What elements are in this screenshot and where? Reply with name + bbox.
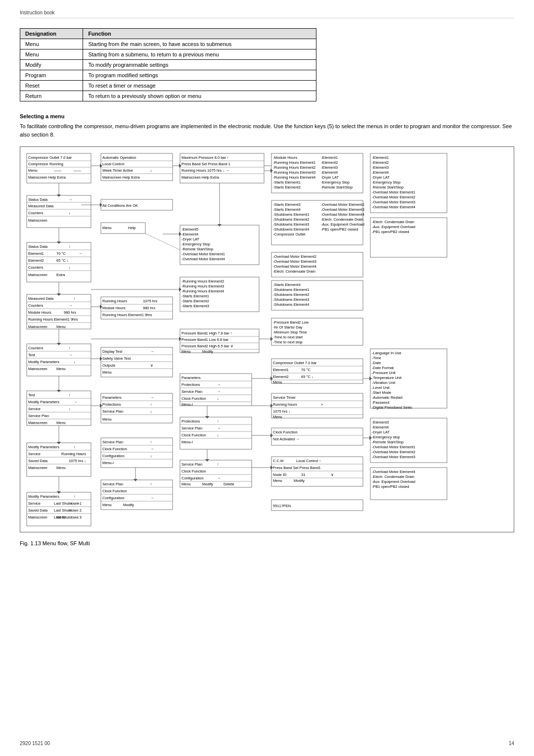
svg-text:Element2: Element2 [273, 375, 289, 379]
svg-text:Configuration: Configuration [181, 476, 204, 480]
svg-text:Clock Function: Clock Function [181, 469, 206, 473]
svg-text:Running hours: Running hours [273, 402, 297, 407]
svg-text:-Pressure Band2 Low: -Pressure Band2 Low [273, 320, 309, 325]
svg-text:Extra: Extra [56, 273, 65, 277]
svg-text:→: → [217, 426, 221, 430]
svg-text:-Starts Element2: -Starts Element2 [181, 299, 209, 303]
svg-text:Menu: Menu [102, 417, 112, 422]
footer-left: 2920 1521 00 [20, 741, 50, 746]
svg-text:-Overload Motor Element3: -Overload Motor Element3 [321, 207, 364, 212]
svg-text:↓: ↓ [74, 360, 76, 364]
svg-text:Maximum Pressure  8.0 bar ↑: Maximum Pressure 8.0 bar ↑ [181, 155, 229, 160]
svg-text:-Element3: -Element3 [321, 165, 338, 170]
svg-text:-Pressure Unit: -Pressure Unit [372, 371, 396, 375]
svg-text:Outputs: Outputs [102, 363, 116, 368]
svg-text:Mainscreen  Help  Extra: Mainscreen Help Extra [181, 175, 220, 180]
svg-text:→: → [69, 353, 73, 357]
svg-text:-Shutdowns Element2: -Shutdowns Element2 [273, 292, 309, 297]
svg-text:Service: Service [28, 501, 41, 506]
svg-text:-Electr. Condensate Drain: -Electr. Condensate Drain [372, 474, 414, 479]
svg-text:↓: ↓ [69, 265, 71, 270]
svg-text:Element1: Element1 [28, 251, 44, 256]
svg-text:-Aux. Equipment Overload: -Aux. Equipment Overload [321, 222, 364, 227]
svg-text:-Element4: -Element4 [321, 170, 338, 175]
svg-text:↑: ↑ [217, 462, 219, 467]
svg-text:-Starts Element3: -Starts Element3 [181, 304, 209, 308]
svg-text:↓: ↓ [77, 515, 79, 520]
svg-text:Mainscreen: Mainscreen [28, 218, 47, 223]
svg-text:Module Hours: Module Hours [28, 310, 51, 315]
table-row: ProgramTo program modified settings [20, 70, 316, 81]
svg-text:-Module Hours: -Module Hours [273, 155, 297, 160]
svg-text:Element2: Element2 [28, 258, 44, 263]
svg-text:↑: ↑ [74, 445, 76, 449]
svg-text:Menu-l: Menu-l [181, 440, 193, 444]
svg-text:-Emergency Stop: -Emergency Stop [372, 180, 400, 185]
svg-text:-Remote Start/Stop: -Remote Start/Stop [181, 247, 213, 251]
svg-text:→: → [217, 382, 221, 387]
svg-text:980 hrs: 980 hrs [143, 306, 155, 310]
svg-text:Modify: Modify [123, 503, 134, 507]
table-row: ModifyTo modify programmable settings [20, 60, 316, 70]
svg-text:65 °C ↓: 65 °C ↓ [56, 258, 69, 263]
svg-text:Mainscreen: Mainscreen [28, 325, 47, 329]
svg-text:Modify: Modify [202, 482, 213, 486]
svg-text:Status Data: Status Data [28, 244, 48, 249]
svg-text:Service Plan: Service Plan [102, 440, 123, 444]
svg-text:Service Plan: Service Plan [102, 482, 123, 486]
svg-text:-Running Hours  Element2: -Running Hours Element2 [273, 165, 315, 170]
svg-text:-Date Format: -Date Format [372, 366, 394, 370]
svg-text:-Starts Element2: -Starts Element2 [273, 185, 301, 189]
svg-text:-Overload Motor Element2: -Overload Motor Element2 [372, 450, 415, 454]
svg-text:-Element2: -Element2 [372, 160, 389, 165]
svg-text:Protections: Protections [181, 419, 200, 424]
svg-text:Safety Valve Test: Safety Valve Test [102, 356, 131, 361]
svg-text:-Element3: -Element3 [372, 165, 389, 170]
svg-text:-Running Hours Element2: -Running Hours Element2 [181, 279, 224, 284]
svg-text:Automatic  Operation: Automatic Operation [102, 155, 136, 160]
table-row: ReturnTo return to a previously shown op… [20, 91, 316, 101]
svg-text:-Remote Start/Stop: -Remote Start/Stop [372, 440, 403, 444]
svg-text:-Element4: -Element4 [372, 170, 389, 175]
svg-text:-Overload Motor Element2: -Overload Motor Element2 [273, 254, 316, 259]
footer-right: 14 [509, 741, 514, 746]
svg-text:-Element1: -Element1 [372, 155, 389, 160]
svg-text:Service Plan: Service Plan [28, 414, 49, 418]
svg-text:-Temperature Unit: -Temperature Unit [372, 376, 402, 380]
svg-text:-Overload Motor Element1: -Overload Motor Element1 [372, 190, 415, 194]
svg-text:→: → [150, 496, 154, 500]
svg-text:-Aux. Equipment Overload: -Aux. Equipment Overload [372, 225, 415, 229]
svg-text:-Running Hours Element3: -Running Hours Element3 [181, 284, 224, 288]
svg-text:-Shutdowns Element4: -Shutdowns Element4 [273, 227, 309, 232]
svg-text:Test: Test [28, 393, 36, 397]
svg-text:Mainscreen: Mainscreen [28, 515, 47, 520]
cell-designation: Menu [20, 39, 83, 49]
svg-text:-Electr. Condensate Drain: -Electr. Condensate Drain [273, 269, 315, 274]
svg-text:-Dryer LAT: -Dryer LAT [321, 175, 339, 180]
svg-text:Modify Parameters: Modify Parameters [28, 494, 59, 499]
svg-text:Running Hours  1075 hrs ↓ →: Running Hours 1075 hrs ↓ → [181, 168, 229, 173]
cell-function: To reset a timer or message [83, 81, 316, 91]
svg-text:→: → [150, 447, 154, 451]
svg-text:1075 hrs ↓: 1075 hrs ↓ [69, 459, 86, 463]
svg-text:-Element1: -Element1 [321, 155, 338, 160]
svg-text:Modify Parameters: Modify Parameters [28, 360, 59, 364]
designation-table: Designation Function MenuStarting from t… [20, 28, 316, 101]
svg-text:↑: ↑ [74, 296, 76, 301]
svg-text:Pressure Band1 High  7.8 bar ↑: Pressure Band1 High 7.8 bar ↑ [181, 331, 232, 335]
svg-text:↑: ↑ [150, 482, 152, 486]
svg-text:Service: Service [28, 407, 41, 411]
svg-text:Clock Function: Clock Function [273, 430, 298, 434]
col-header-designation: Designation [20, 29, 83, 39]
cell-designation: Menu [20, 49, 83, 60]
svg-text:70 °C: 70 °C [56, 251, 66, 256]
svg-text:55117PEN: 55117PEN [273, 504, 291, 508]
table-row: ResetTo reset a timer or message [20, 81, 316, 91]
svg-text:-Start Mode: -Start Mode [372, 390, 391, 395]
svg-text:-Overload Motor Element1: -Overload Motor Element1 [181, 252, 225, 256]
svg-text:Mainscreen  Help  Extra: Mainscreen Help Extra [28, 175, 66, 180]
svg-text:-Time to next stop: -Time to next stop [273, 340, 303, 344]
svg-text:-Starts Element4: -Starts Element4 [273, 283, 301, 287]
svg-text:↓: ↓ [150, 168, 152, 173]
svg-text:-Starts Element3: -Starts Element3 [273, 202, 301, 207]
